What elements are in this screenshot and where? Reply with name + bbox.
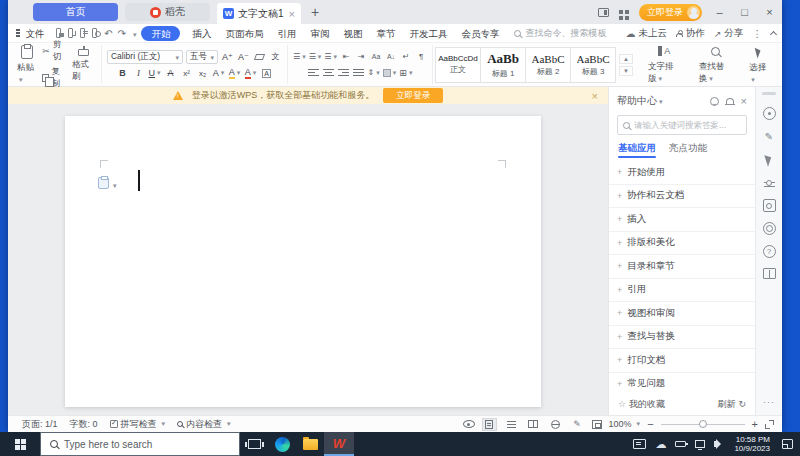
adjust-settings-icon[interactable] — [763, 176, 776, 189]
collapse-ribbon-icon[interactable] — [770, 30, 777, 37]
new-tab-button[interactable]: + — [311, 5, 319, 19]
share-button[interactable]: 分享 — [714, 27, 744, 40]
minimize-button[interactable]: – — [712, 6, 727, 18]
paste-options-button[interactable] — [98, 174, 117, 192]
numbered-list-button[interactable] — [309, 50, 322, 63]
tab-highlight-features[interactable]: 亮点功能 — [669, 142, 707, 160]
command-search[interactable] — [514, 28, 625, 38]
my-favorites-button[interactable]: 我的收藏 — [629, 398, 665, 411]
help-title[interactable]: 帮助中心 — [617, 94, 663, 108]
decrease-font-button[interactable] — [237, 50, 250, 63]
tools-wheel-icon[interactable] — [763, 222, 776, 235]
help-close-icon[interactable]: × — [741, 97, 747, 106]
tab-view[interactable]: 视图 — [336, 24, 369, 43]
align-right-button[interactable] — [338, 66, 350, 79]
edge-browser-button[interactable] — [268, 432, 296, 456]
clear-format-button[interactable] — [253, 50, 266, 63]
task-view-button[interactable] — [240, 432, 268, 456]
change-case-button[interactable] — [370, 50, 382, 63]
font-color-button[interactable] — [244, 67, 257, 80]
help-item-get-started[interactable]: 开始使用 — [609, 161, 755, 185]
help-item-view-review[interactable]: 视图和审阅 — [609, 302, 755, 326]
font-size-select[interactable]: 五号 — [186, 50, 218, 64]
bullet-list-button[interactable] — [293, 50, 306, 63]
eye-protection-icon[interactable] — [463, 420, 475, 428]
align-left-button[interactable] — [308, 66, 320, 79]
read-mode-button[interactable] — [526, 418, 541, 431]
apps-grid-icon[interactable] — [619, 10, 623, 14]
battery-icon[interactable] — [675, 441, 686, 447]
help-search-box[interactable] — [617, 115, 747, 135]
align-center-button[interactable] — [323, 66, 335, 79]
tray-app-icon[interactable] — [633, 439, 646, 449]
more-options-icon[interactable] — [753, 28, 763, 39]
switch-window-icon[interactable] — [598, 8, 609, 17]
refresh-button[interactable]: 刷新 — [717, 398, 746, 411]
undo-dropdown-icon[interactable] — [131, 28, 137, 39]
zoom-out-button[interactable]: − — [647, 418, 653, 430]
styles-scroll-down[interactable]: ▼ — [619, 66, 633, 76]
network-icon[interactable] — [695, 440, 705, 448]
find-replace-button[interactable]: 查找替换 — [692, 44, 739, 85]
taskbar-search-input[interactable] — [64, 439, 214, 450]
style-heading1[interactable]: AaBb标题 1 — [480, 47, 526, 83]
maximize-button[interactable]: □ — [737, 6, 752, 18]
tray-cloud-icon[interactable] — [655, 438, 666, 451]
touch-mode-icon[interactable] — [763, 107, 776, 120]
fullscreen-icon[interactable] — [765, 420, 774, 429]
justify-button[interactable] — [353, 66, 365, 79]
tab-home[interactable]: 首页 — [33, 3, 118, 21]
help-item-insert[interactable]: 插入 — [609, 208, 755, 232]
shading-button[interactable] — [383, 66, 397, 79]
font-name-select[interactable]: Calibri (正文) — [107, 50, 183, 64]
cut-button[interactable]: 剪切 — [42, 39, 66, 63]
help-item-collaboration-cloud[interactable]: 协作和云文档 — [609, 185, 755, 209]
tab-docer[interactable]: 稻壳 — [125, 3, 210, 21]
help-item-print-document[interactable]: 打印文档 — [609, 349, 755, 373]
login-button[interactable]: 立即登录 — [639, 4, 702, 21]
tab-member-benefits[interactable]: 会员专享 — [454, 24, 506, 43]
styles-scroll-up[interactable]: ▲ — [619, 54, 633, 64]
speaker-icon[interactable] — [714, 441, 718, 447]
tab-review[interactable]: 审阅 — [303, 24, 336, 43]
underline-button[interactable] — [148, 67, 161, 80]
redo-icon[interactable]: ↷ — [118, 28, 126, 39]
content-check-button[interactable]: 内容检查 — [177, 418, 231, 431]
style-heading3[interactable]: AaBbC标题 3 — [570, 47, 616, 83]
feedback-smiley-icon[interactable] — [710, 97, 719, 106]
tab-start[interactable]: 开始 — [141, 26, 180, 41]
select-button[interactable]: 选择 — [742, 45, 775, 84]
tab-basic-applications[interactable]: 基础应用 — [618, 142, 656, 160]
line-spacing-button[interactable] — [368, 66, 380, 79]
action-center-icon[interactable] — [782, 439, 793, 449]
document-area[interactable] — [8, 104, 608, 415]
close-button[interactable]: × — [762, 6, 777, 18]
superscript-button[interactable] — [180, 67, 193, 80]
increase-font-button[interactable] — [221, 50, 234, 63]
multilevel-list-button[interactable] — [324, 50, 337, 63]
document-page[interactable] — [65, 116, 541, 407]
italic-button[interactable] — [132, 67, 145, 80]
help-item-references[interactable]: 引用 — [609, 279, 755, 303]
export-icon[interactable] — [68, 28, 73, 38]
tab-document[interactable]: W文字文稿1× — [217, 3, 301, 24]
outline-view-button[interactable] — [504, 418, 519, 431]
help-item-toc-sections[interactable]: 目录和章节 — [609, 255, 755, 279]
print-preview-icon[interactable] — [92, 28, 97, 38]
strikethrough-button[interactable] — [164, 67, 177, 80]
borders-button[interactable] — [399, 66, 412, 79]
tab-page-layout[interactable]: 页面布局 — [218, 24, 270, 43]
help-item-layout-beautify[interactable]: 排版和美化 — [609, 232, 755, 256]
screenshot-icon[interactable] — [763, 199, 776, 212]
cloud-sync-button[interactable]: 未上云 — [625, 27, 667, 40]
line-break-button[interactable] — [400, 50, 412, 63]
increase-indent-button[interactable] — [355, 50, 367, 63]
dictionary-icon[interactable] — [763, 268, 776, 279]
zoom-in-button[interactable]: + — [752, 418, 758, 430]
paste-button[interactable]: 粘贴 — [15, 44, 38, 85]
text-direction-button[interactable] — [385, 50, 397, 63]
tab-insert[interactable]: 插入 — [185, 24, 218, 43]
fit-page-icon[interactable] — [592, 420, 602, 429]
help-search-input[interactable] — [634, 120, 741, 130]
hamburger-icon[interactable] — [16, 32, 20, 34]
